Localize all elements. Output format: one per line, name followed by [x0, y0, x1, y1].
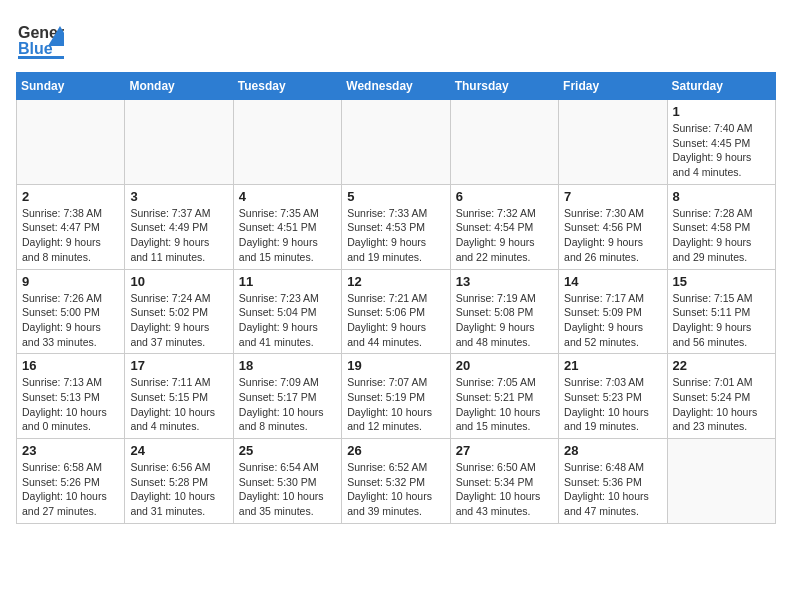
- day-info: Sunrise: 7:23 AM Sunset: 5:04 PM Dayligh…: [239, 291, 336, 350]
- calendar-cell: 20Sunrise: 7:05 AM Sunset: 5:21 PM Dayli…: [450, 354, 558, 439]
- calendar-cell: 21Sunrise: 7:03 AM Sunset: 5:23 PM Dayli…: [559, 354, 667, 439]
- day-number: 25: [239, 443, 336, 458]
- calendar-cell: 10Sunrise: 7:24 AM Sunset: 5:02 PM Dayli…: [125, 269, 233, 354]
- calendar-cell: 28Sunrise: 6:48 AM Sunset: 5:36 PM Dayli…: [559, 439, 667, 524]
- calendar-cell: [559, 100, 667, 185]
- day-number: 5: [347, 189, 444, 204]
- day-number: 21: [564, 358, 661, 373]
- calendar-cell: 17Sunrise: 7:11 AM Sunset: 5:15 PM Dayli…: [125, 354, 233, 439]
- logo: General Blue: [16, 16, 64, 64]
- day-info: Sunrise: 7:26 AM Sunset: 5:00 PM Dayligh…: [22, 291, 119, 350]
- day-info: Sunrise: 7:07 AM Sunset: 5:19 PM Dayligh…: [347, 375, 444, 434]
- day-info: Sunrise: 7:38 AM Sunset: 4:47 PM Dayligh…: [22, 206, 119, 265]
- calendar-cell: 4Sunrise: 7:35 AM Sunset: 4:51 PM Daylig…: [233, 184, 341, 269]
- day-info: Sunrise: 7:05 AM Sunset: 5:21 PM Dayligh…: [456, 375, 553, 434]
- day-number: 16: [22, 358, 119, 373]
- day-info: Sunrise: 7:21 AM Sunset: 5:06 PM Dayligh…: [347, 291, 444, 350]
- calendar-cell: [450, 100, 558, 185]
- calendar-cell: [342, 100, 450, 185]
- calendar-week-0: 1Sunrise: 7:40 AM Sunset: 4:45 PM Daylig…: [17, 100, 776, 185]
- calendar-cell: 27Sunrise: 6:50 AM Sunset: 5:34 PM Dayli…: [450, 439, 558, 524]
- svg-rect-3: [18, 56, 64, 59]
- day-number: 3: [130, 189, 227, 204]
- svg-text:Blue: Blue: [18, 40, 53, 57]
- day-number: 15: [673, 274, 770, 289]
- page-header: General Blue: [16, 16, 776, 64]
- day-info: Sunrise: 6:54 AM Sunset: 5:30 PM Dayligh…: [239, 460, 336, 519]
- day-number: 12: [347, 274, 444, 289]
- day-info: Sunrise: 7:19 AM Sunset: 5:08 PM Dayligh…: [456, 291, 553, 350]
- day-info: Sunrise: 7:24 AM Sunset: 5:02 PM Dayligh…: [130, 291, 227, 350]
- day-number: 7: [564, 189, 661, 204]
- day-number: 23: [22, 443, 119, 458]
- calendar-cell: 19Sunrise: 7:07 AM Sunset: 5:19 PM Dayli…: [342, 354, 450, 439]
- weekday-header-row: SundayMondayTuesdayWednesdayThursdayFrid…: [17, 73, 776, 100]
- logo-icon: General Blue: [16, 16, 64, 64]
- day-info: Sunrise: 6:56 AM Sunset: 5:28 PM Dayligh…: [130, 460, 227, 519]
- day-number: 13: [456, 274, 553, 289]
- calendar-cell: 22Sunrise: 7:01 AM Sunset: 5:24 PM Dayli…: [667, 354, 775, 439]
- day-info: Sunrise: 7:17 AM Sunset: 5:09 PM Dayligh…: [564, 291, 661, 350]
- day-number: 19: [347, 358, 444, 373]
- weekday-header-thursday: Thursday: [450, 73, 558, 100]
- day-number: 18: [239, 358, 336, 373]
- calendar-cell: 12Sunrise: 7:21 AM Sunset: 5:06 PM Dayli…: [342, 269, 450, 354]
- weekday-header-tuesday: Tuesday: [233, 73, 341, 100]
- calendar-cell: 14Sunrise: 7:17 AM Sunset: 5:09 PM Dayli…: [559, 269, 667, 354]
- day-info: Sunrise: 7:32 AM Sunset: 4:54 PM Dayligh…: [456, 206, 553, 265]
- calendar-cell: [667, 439, 775, 524]
- calendar-cell: 9Sunrise: 7:26 AM Sunset: 5:00 PM Daylig…: [17, 269, 125, 354]
- day-number: 8: [673, 189, 770, 204]
- weekday-header-sunday: Sunday: [17, 73, 125, 100]
- day-info: Sunrise: 7:30 AM Sunset: 4:56 PM Dayligh…: [564, 206, 661, 265]
- day-info: Sunrise: 7:15 AM Sunset: 5:11 PM Dayligh…: [673, 291, 770, 350]
- day-number: 20: [456, 358, 553, 373]
- day-number: 2: [22, 189, 119, 204]
- day-number: 17: [130, 358, 227, 373]
- day-info: Sunrise: 7:33 AM Sunset: 4:53 PM Dayligh…: [347, 206, 444, 265]
- calendar-table: SundayMondayTuesdayWednesdayThursdayFrid…: [16, 72, 776, 524]
- day-info: Sunrise: 7:28 AM Sunset: 4:58 PM Dayligh…: [673, 206, 770, 265]
- day-info: Sunrise: 6:58 AM Sunset: 5:26 PM Dayligh…: [22, 460, 119, 519]
- calendar-cell: 24Sunrise: 6:56 AM Sunset: 5:28 PM Dayli…: [125, 439, 233, 524]
- calendar-cell: 23Sunrise: 6:58 AM Sunset: 5:26 PM Dayli…: [17, 439, 125, 524]
- calendar-week-4: 23Sunrise: 6:58 AM Sunset: 5:26 PM Dayli…: [17, 439, 776, 524]
- day-number: 22: [673, 358, 770, 373]
- calendar-cell: 6Sunrise: 7:32 AM Sunset: 4:54 PM Daylig…: [450, 184, 558, 269]
- weekday-header-monday: Monday: [125, 73, 233, 100]
- day-info: Sunrise: 6:52 AM Sunset: 5:32 PM Dayligh…: [347, 460, 444, 519]
- calendar-week-2: 9Sunrise: 7:26 AM Sunset: 5:00 PM Daylig…: [17, 269, 776, 354]
- day-info: Sunrise: 7:35 AM Sunset: 4:51 PM Dayligh…: [239, 206, 336, 265]
- day-number: 28: [564, 443, 661, 458]
- calendar-cell: 2Sunrise: 7:38 AM Sunset: 4:47 PM Daylig…: [17, 184, 125, 269]
- day-info: Sunrise: 7:11 AM Sunset: 5:15 PM Dayligh…: [130, 375, 227, 434]
- calendar-cell: [17, 100, 125, 185]
- day-info: Sunrise: 7:09 AM Sunset: 5:17 PM Dayligh…: [239, 375, 336, 434]
- day-info: Sunrise: 7:03 AM Sunset: 5:23 PM Dayligh…: [564, 375, 661, 434]
- calendar-cell: 13Sunrise: 7:19 AM Sunset: 5:08 PM Dayli…: [450, 269, 558, 354]
- calendar-cell: [125, 100, 233, 185]
- day-number: 1: [673, 104, 770, 119]
- day-info: Sunrise: 6:50 AM Sunset: 5:34 PM Dayligh…: [456, 460, 553, 519]
- day-info: Sunrise: 7:13 AM Sunset: 5:13 PM Dayligh…: [22, 375, 119, 434]
- calendar-cell: 18Sunrise: 7:09 AM Sunset: 5:17 PM Dayli…: [233, 354, 341, 439]
- calendar-week-1: 2Sunrise: 7:38 AM Sunset: 4:47 PM Daylig…: [17, 184, 776, 269]
- calendar-cell: 5Sunrise: 7:33 AM Sunset: 4:53 PM Daylig…: [342, 184, 450, 269]
- calendar-cell: 11Sunrise: 7:23 AM Sunset: 5:04 PM Dayli…: [233, 269, 341, 354]
- day-number: 6: [456, 189, 553, 204]
- calendar-cell: 15Sunrise: 7:15 AM Sunset: 5:11 PM Dayli…: [667, 269, 775, 354]
- day-number: 26: [347, 443, 444, 458]
- calendar-cell: 7Sunrise: 7:30 AM Sunset: 4:56 PM Daylig…: [559, 184, 667, 269]
- calendar-cell: 16Sunrise: 7:13 AM Sunset: 5:13 PM Dayli…: [17, 354, 125, 439]
- calendar-cell: 26Sunrise: 6:52 AM Sunset: 5:32 PM Dayli…: [342, 439, 450, 524]
- day-number: 27: [456, 443, 553, 458]
- weekday-header-wednesday: Wednesday: [342, 73, 450, 100]
- day-info: Sunrise: 7:37 AM Sunset: 4:49 PM Dayligh…: [130, 206, 227, 265]
- calendar-cell: 25Sunrise: 6:54 AM Sunset: 5:30 PM Dayli…: [233, 439, 341, 524]
- calendar-week-3: 16Sunrise: 7:13 AM Sunset: 5:13 PM Dayli…: [17, 354, 776, 439]
- day-number: 10: [130, 274, 227, 289]
- day-info: Sunrise: 6:48 AM Sunset: 5:36 PM Dayligh…: [564, 460, 661, 519]
- calendar-cell: 8Sunrise: 7:28 AM Sunset: 4:58 PM Daylig…: [667, 184, 775, 269]
- day-number: 9: [22, 274, 119, 289]
- calendar-cell: 1Sunrise: 7:40 AM Sunset: 4:45 PM Daylig…: [667, 100, 775, 185]
